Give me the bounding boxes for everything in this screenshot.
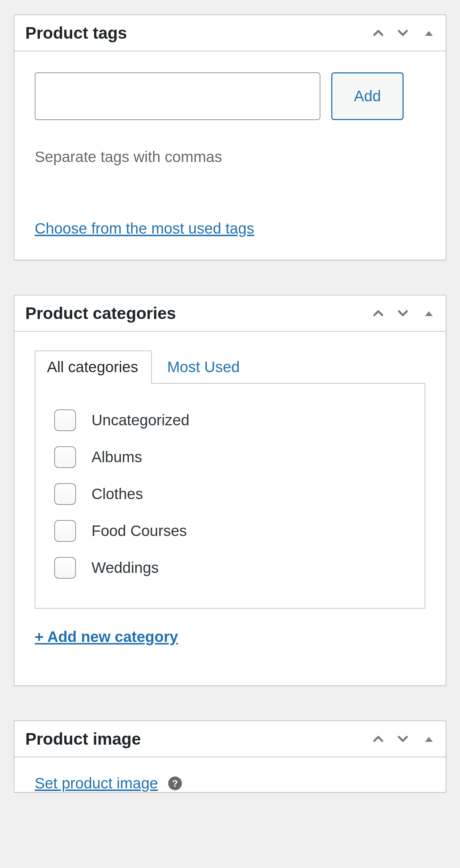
tag-input[interactable]: [35, 72, 320, 120]
add-new-category-link[interactable]: + Add new category: [35, 628, 178, 646]
category-label[interactable]: Clothes: [91, 485, 143, 503]
category-item: Food Courses: [53, 512, 407, 549]
category-list-box: Uncategorized Albums Clothes Food C: [35, 383, 425, 609]
panel-toggle-icon[interactable]: [423, 27, 435, 39]
panel-move-down-icon[interactable]: [395, 731, 411, 747]
category-item: Weddings: [53, 549, 407, 586]
category-label[interactable]: Uncategorized: [91, 412, 189, 429]
category-item: Clothes: [53, 476, 407, 512]
product-image-controls: [370, 731, 435, 747]
category-item: Albums: [53, 439, 407, 476]
product-tags-body: Add Separate tags with commas Choose fro…: [14, 51, 446, 260]
panel-move-down-icon[interactable]: [395, 305, 411, 321]
category-item: Uncategorized: [53, 402, 407, 439]
category-checkbox[interactable]: [54, 446, 76, 468]
help-icon[interactable]: ?: [168, 776, 182, 790]
product-image-panel: Product image Set product image ?: [14, 720, 446, 793]
set-product-image-link[interactable]: Set product image: [35, 775, 158, 792]
panel-move-up-icon[interactable]: [370, 25, 386, 41]
product-categories-header: Product categories: [14, 295, 446, 332]
product-tags-title: Product tags: [25, 23, 127, 43]
add-tag-button[interactable]: Add: [331, 72, 404, 120]
product-image-title: Product image: [25, 729, 141, 749]
category-checkbox[interactable]: [54, 557, 76, 579]
category-checkbox[interactable]: [54, 409, 76, 431]
product-image-header: Product image: [14, 721, 446, 757]
category-list: Uncategorized Albums Clothes Food C: [53, 402, 407, 586]
category-label[interactable]: Albums: [91, 448, 142, 466]
category-checkbox[interactable]: [54, 520, 76, 542]
category-checkbox[interactable]: [54, 483, 76, 505]
panel-move-up-icon[interactable]: [370, 731, 386, 747]
choose-most-used-tags-link[interactable]: Choose from the most used tags: [35, 220, 254, 237]
tab-most-used[interactable]: Most Used: [155, 350, 254, 384]
category-label[interactable]: Food Courses: [91, 522, 187, 540]
product-categories-body: All categories Most Used Uncategorized A…: [14, 332, 446, 685]
category-tabs: All categories Most Used: [35, 350, 425, 383]
product-tags-header: Product tags: [14, 15, 446, 51]
tags-help-text: Separate tags with commas: [35, 148, 425, 166]
product-tags-controls: [370, 25, 435, 41]
product-tags-panel: Product tags Add Separate tags with comm…: [14, 14, 446, 260]
product-categories-panel: Product categories All categories Most U…: [14, 295, 446, 686]
panel-move-down-icon[interactable]: [395, 25, 411, 41]
category-label[interactable]: Weddings: [91, 559, 159, 576]
product-categories-controls: [370, 305, 435, 321]
panel-toggle-icon[interactable]: [423, 733, 435, 745]
product-categories-title: Product categories: [25, 303, 176, 323]
product-image-body: Set product image ?: [14, 757, 446, 792]
panel-move-up-icon[interactable]: [370, 305, 386, 321]
panel-toggle-icon[interactable]: [423, 307, 435, 319]
tab-all-categories[interactable]: All categories: [35, 350, 152, 384]
